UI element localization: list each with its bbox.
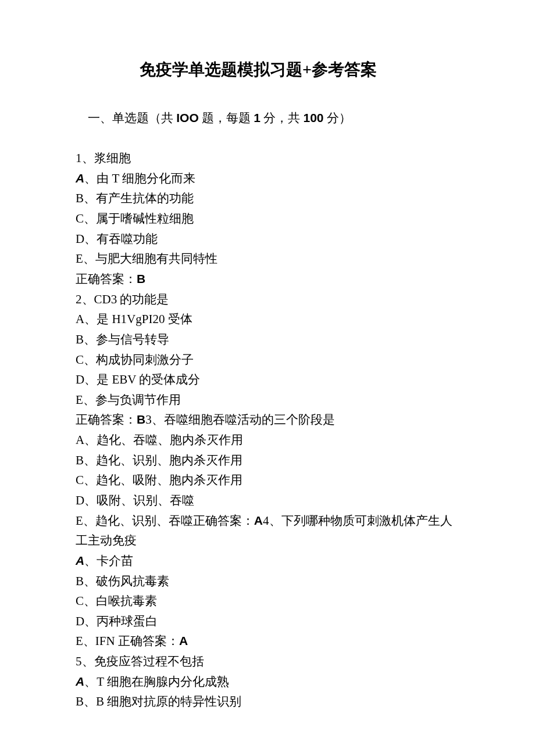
q5-stem: 5、免疫应答过程不包括 [76, 651, 459, 672]
q3-option-a: A、趋化、吞噬、胞内杀灭作用 [76, 430, 459, 450]
section-header-points: 1 [254, 111, 261, 124]
q1-option-b: B、有产生抗体的功能 [76, 188, 459, 209]
q4-option-d: D、丙种球蛋白 [76, 611, 459, 632]
option-letter-a: A [76, 675, 84, 688]
q4-option-e-and-answer: E、IFN 正确答案：A [76, 631, 459, 651]
q1-answer-value: B [137, 272, 145, 285]
section-header-total: 100 [303, 111, 323, 124]
document-title: 免疫学单选题模拟习题+参考答案 [76, 58, 459, 81]
q1-option-e: E、与肥大细胞有共同特性 [76, 249, 459, 269]
q3-option-c: C、趋化、吸附、胞内杀灭作用 [76, 470, 459, 490]
q2-option-c: C、构成协同刺激分子 [76, 350, 459, 370]
q2-stem: 2、CD3 的功能是 [76, 289, 459, 310]
q2-answer-value: B [137, 413, 145, 426]
q2-option-a: A、是 H1VgPI20 受体 [76, 309, 459, 329]
q3-answer-value: A [254, 514, 263, 527]
q1-answer: 正确答案：B [76, 269, 459, 289]
document-page: 免疫学单选题模拟习题+参考答案 一、单选题（共 IOO 题，每题 1 分，共 1… [0, 0, 535, 747]
q4-option-a: A、卡介苗 [76, 551, 459, 571]
option-letter-a: A [76, 554, 84, 567]
answer-label: 正确答案： [76, 272, 137, 286]
section-header: 一、单选题（共 IOO 题，每题 1 分，共 100 分） [76, 88, 459, 148]
section-header-count: IOO [176, 111, 199, 124]
q1-stem: 1、浆细胞 [76, 148, 459, 169]
q2-option-b: B、参与信号转导 [76, 329, 459, 350]
answer-label: 正确答案： [76, 413, 137, 427]
q5-option-a: A、T 细胞在胸腺内分化成熟 [76, 672, 459, 692]
q1-option-a: A、由 T 细胞分化而来 [76, 169, 459, 189]
q1-option-c: C、属于嗜碱性粒细胞 [76, 209, 459, 229]
section-header-prefix: 一、单选题（共 [88, 111, 176, 125]
q2-option-d: D、是 EBV 的受体成分 [76, 370, 459, 390]
q3-option-b: B、趋化、识别、胞内杀灭作用 [76, 450, 459, 471]
q4-answer-value: A [179, 634, 188, 647]
section-header-suffix: 分） [324, 111, 351, 125]
section-header-mid2: 分，共 [261, 111, 304, 125]
q5-option-a-text: 、T 细胞在胸腺内分化成熟 [84, 675, 229, 689]
q3-stem: 3、吞噬细胞吞噬活动的三个阶段是 [145, 413, 335, 427]
option-letter-a: A [76, 171, 84, 185]
q2-option-e: E、参与负调节作用 [76, 390, 459, 410]
q1-option-a-text: 、由 T 细胞分化而来 [84, 171, 195, 185]
q3-option-e-and-answer-and-q4-stem: E、趋化、识别、吞噬正确答案：A4、下列哪种物质可刺激机体产生人工主动免疫 [76, 511, 459, 551]
q4-option-a-text: 、卡介苗 [84, 554, 133, 568]
q3-option-e: E、趋化、识别、吞噬正确答案： [76, 514, 254, 528]
q4-option-e: E、IFN 正确答案： [76, 634, 179, 648]
q5-option-b: B、B 细胞对抗原的特异性识别 [76, 691, 459, 712]
section-header-mid1: 题，每题 [199, 111, 254, 125]
q4-option-b: B、破伤风抗毒素 [76, 571, 459, 592]
q4-option-c: C、白喉抗毒素 [76, 591, 459, 611]
q1-option-d: D、有吞噬功能 [76, 229, 459, 249]
q2-answer-and-q3-stem: 正确答案：B3、吞噬细胞吞噬活动的三个阶段是 [76, 410, 459, 430]
q3-option-d: D、吸附、识别、吞噬 [76, 490, 459, 511]
